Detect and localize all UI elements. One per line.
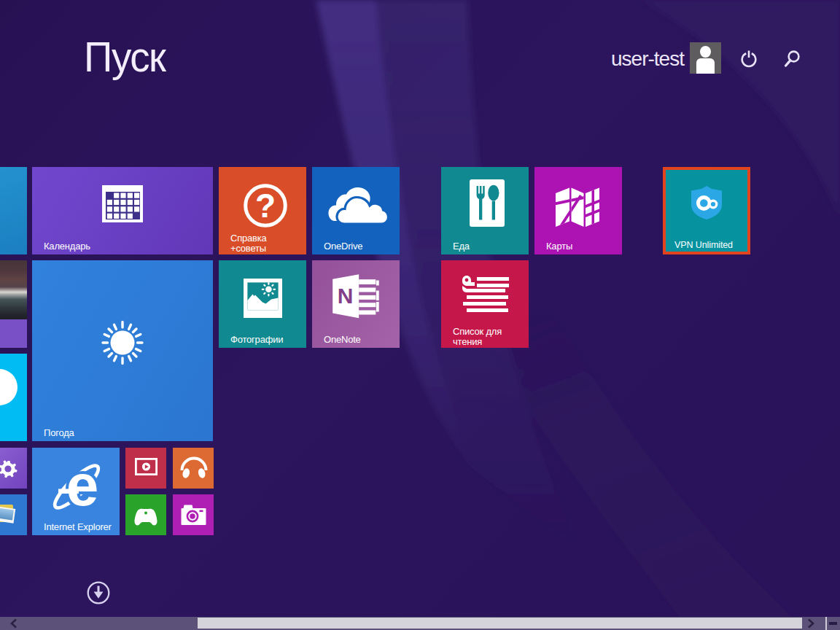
svg-text:N: N [338, 284, 354, 308]
svg-text:?: ? [255, 187, 276, 225]
svg-text:e: e [66, 456, 99, 518]
